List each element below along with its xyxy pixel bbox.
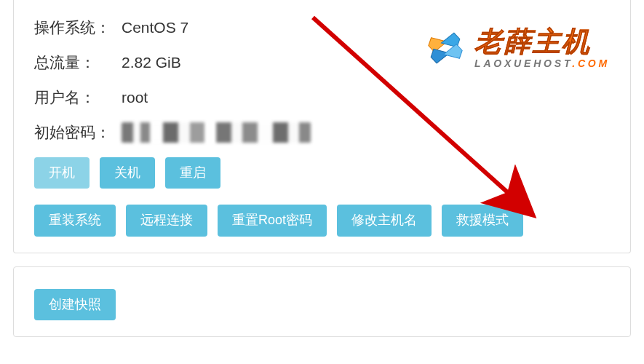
brand-name-en: LAOXUEHOST.COM [474, 58, 610, 68]
reinstall-button[interactable]: 重装系统 [34, 205, 116, 236]
brand-logo: 老薛主机 LAOXUEHOST.COM [424, 28, 610, 68]
password-label: 初始密码： [34, 122, 122, 143]
action-button-group: 重装系统 远程连接 重置Root密码 修改主机名 救援模式 [34, 205, 610, 236]
os-value: CentOS 7 [122, 19, 188, 36]
traffic-label: 总流量： [34, 52, 122, 73]
user-label: 用户名： [34, 87, 122, 108]
reset-root-password-button[interactable]: 重置Root密码 [218, 205, 327, 236]
power-on-button[interactable]: 开机 [34, 157, 90, 189]
brand-name-cn: 老薛主机 [474, 28, 610, 55]
power-off-button[interactable]: 关机 [100, 157, 155, 189]
remote-connect-button[interactable]: 远程连接 [126, 205, 207, 236]
change-hostname-button[interactable]: 修改主机名 [337, 205, 432, 236]
traffic-value: 2.82 GiB [122, 54, 181, 71]
snapshot-button-group: 创建快照 [34, 289, 610, 320]
info-row-user: 用户名： root [34, 87, 610, 108]
snapshot-panel: 创建快照 [13, 266, 631, 337]
brand-mark-icon [424, 28, 467, 68]
create-snapshot-button[interactable]: 创建快照 [34, 289, 116, 320]
power-button-group: 开机 关机 重启 [34, 157, 610, 189]
rescue-mode-button[interactable]: 救援模式 [442, 205, 523, 236]
server-info-panel: 老薛主机 LAOXUEHOST.COM 操作系统： CentOS 7 总流量： … [13, 0, 631, 253]
restart-button[interactable]: 重启 [165, 157, 220, 189]
password-value-obscured [122, 122, 311, 143]
os-label: 操作系统： [34, 17, 122, 38]
info-row-password: 初始密码： [34, 122, 610, 143]
user-value: root [122, 89, 148, 106]
